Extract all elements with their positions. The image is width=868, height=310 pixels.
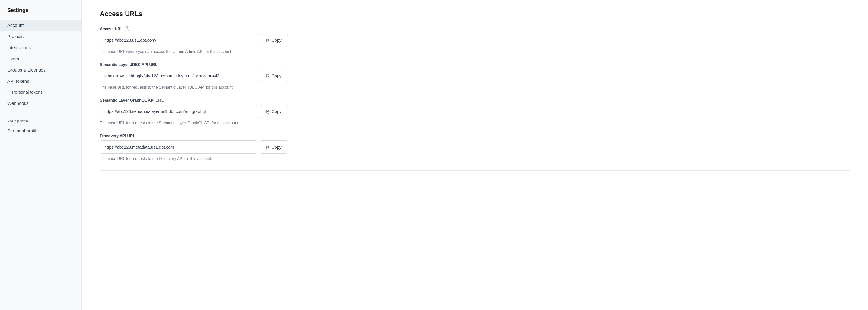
- semantic-graphql-input[interactable]: [100, 105, 257, 118]
- semantic-graphql-description: The base URL for requests to the Semanti…: [100, 120, 850, 125]
- semantic-graphql-copy-button[interactable]: ⎘ Copy: [260, 105, 288, 118]
- sidebar-item-users[interactable]: Users: [0, 53, 81, 64]
- sidebar-item-label: Personal profile: [7, 128, 39, 133]
- sidebar-item-label: Webhooks: [7, 101, 29, 106]
- your-profile-section-label: Your profile: [0, 114, 81, 125]
- sidebar-item-projects[interactable]: Projects: [0, 31, 81, 42]
- sidebar-item-label: Users: [7, 56, 19, 61]
- sidebar-item-label: Projects: [7, 34, 24, 39]
- access-url-label: Access URL ?: [100, 26, 850, 31]
- access-url-copy-button[interactable]: ⎘ Copy: [260, 34, 288, 47]
- discovery-api-description: The base URL for requests to the Discove…: [100, 156, 850, 161]
- semantic-jdbc-row: ⎘ Copy: [100, 69, 850, 82]
- sidebar-item-webhooks[interactable]: Webhooks: [0, 98, 81, 109]
- discovery-api-copy-button[interactable]: ⎘ Copy: [260, 140, 288, 154]
- semantic-jdbc-copy-button[interactable]: ⎘ Copy: [260, 69, 288, 82]
- access-url-group: Access URL ? ⎘ Copy The base URL where y…: [100, 26, 850, 54]
- sidebar-title: Settings: [0, 7, 81, 20]
- sidebar-item-label: API tokens: [7, 78, 29, 84]
- sidebar-item-api-tokens[interactable]: API tokens ⌄: [0, 75, 81, 87]
- copy-icon: ⎘: [267, 38, 269, 43]
- semantic-jdbc-group: Semantic Layer JDBC API URL ⎘ Copy The b…: [100, 62, 850, 90]
- sidebar-item-label: Integrations: [7, 45, 31, 50]
- sidebar-item-label: Groups & Licenses: [7, 67, 46, 72]
- info-icon[interactable]: ?: [125, 26, 129, 31]
- access-url-description: The base URL where you can access the UI…: [100, 49, 850, 54]
- copy-icon: ⎘: [267, 145, 269, 150]
- semantic-graphql-group: Semantic Layer GraphQL API URL ⎘ Copy Th…: [100, 98, 850, 125]
- semantic-graphql-row: ⎘ Copy: [100, 105, 850, 118]
- top-divider: [100, 0, 850, 0]
- discovery-api-input[interactable]: [100, 140, 257, 154]
- chevron-down-icon: ⌄: [71, 79, 74, 83]
- sidebar: Settings Account Projects Integrations U…: [0, 0, 82, 310]
- discovery-api-row: ⎘ Copy: [100, 140, 850, 154]
- copy-icon: ⎘: [267, 109, 269, 114]
- sidebar-item-integrations[interactable]: Integrations: [0, 42, 81, 53]
- copy-icon: ⎘: [267, 73, 269, 78]
- semantic-graphql-label: Semantic Layer GraphQL API URL: [100, 98, 850, 102]
- semantic-jdbc-label: Semantic Layer JDBC API URL: [100, 62, 850, 67]
- discovery-api-group: Discovery API URL ⎘ Copy The base URL fo…: [100, 134, 850, 161]
- bottom-divider: [100, 170, 850, 171]
- section-title: Access URLs: [100, 10, 850, 18]
- sidebar-item-account[interactable]: Account: [0, 20, 81, 31]
- sidebar-item-label: Account: [7, 23, 24, 28]
- sidebar-nav: Account Projects Integrations Users Grou…: [0, 20, 81, 303]
- semantic-jdbc-input[interactable]: [100, 69, 257, 82]
- semantic-jdbc-description: The base URL for requests to the Semanti…: [100, 85, 850, 90]
- access-url-row: ⎘ Copy: [100, 34, 850, 47]
- sidebar-item-label: Personal tokens: [12, 90, 42, 95]
- main-content: Access URLs Access URL ? ⎘ Copy The base…: [82, 0, 868, 310]
- access-url-input[interactable]: [100, 34, 257, 47]
- sidebar-item-personal-tokens[interactable]: Personal tokens: [0, 87, 81, 98]
- sidebar-divider: [0, 111, 81, 111]
- discovery-api-label: Discovery API URL: [100, 134, 850, 138]
- sidebar-item-personal-profile[interactable]: Personal profile: [0, 125, 81, 136]
- sidebar-item-groups-licenses[interactable]: Groups & Licenses: [0, 64, 81, 75]
